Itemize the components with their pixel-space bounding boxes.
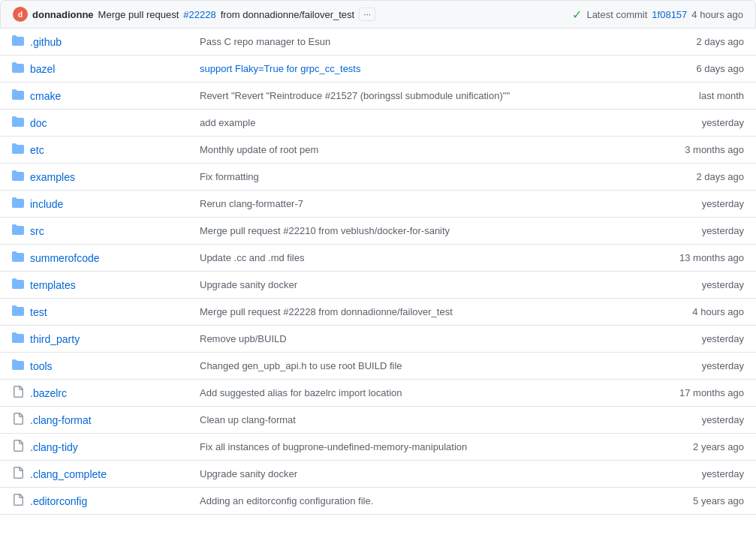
avatar: d — [13, 7, 28, 22]
commit-description: Add suggested alias for bazelrc import l… — [200, 387, 624, 398]
commit-hash-link[interactable]: 1f08157 — [652, 9, 687, 20]
table-row: .clang-tidyFix all instances of bugprone… — [0, 434, 756, 461]
commit-description: Upgrade sanity docker — [200, 279, 624, 290]
file-name-cell: doc — [12, 116, 200, 131]
commit-bar: d donnadionne Merge pull request #22228 … — [0, 0, 756, 29]
table-row: examplesFix formatting2 days ago — [0, 164, 756, 191]
file-link[interactable]: etc — [30, 144, 44, 156]
commit-description: add example — [200, 117, 624, 128]
file-name-cell: tools — [12, 359, 200, 374]
commit-description: Merge pull request #22210 from veblush/d… — [200, 225, 624, 236]
commit-time: yesterday — [624, 198, 744, 209]
file-name-cell: src — [12, 224, 200, 239]
commit-description: Clean up clang-format — [200, 414, 624, 425]
commit-description: Fix all instances of bugprone-undefined-… — [200, 441, 624, 452]
file-name-cell: include — [12, 197, 200, 212]
file-icon — [12, 467, 24, 481]
file-link[interactable]: summerofcode — [30, 252, 100, 264]
table-row: bazelsupport Flaky=True for grpc_cc_test… — [0, 56, 756, 83]
commit-time: 3 months ago — [624, 144, 744, 155]
file-name-cell: .clang_complete — [12, 467, 200, 481]
table-row: .clang_completeUpgrade sanity dockeryest… — [0, 461, 756, 488]
commit-time: 2 days ago — [624, 171, 744, 182]
check-icon: ✓ — [572, 8, 582, 22]
commit-author[interactable]: donnadionne — [32, 9, 94, 20]
folder-icon — [12, 170, 24, 185]
folder-icon — [12, 35, 24, 50]
commit-time: yesterday — [624, 360, 744, 371]
file-link[interactable]: cmake — [30, 90, 61, 102]
file-link[interactable]: templates — [30, 279, 76, 291]
file-name-cell: .github — [12, 35, 200, 50]
file-link[interactable]: tools — [30, 360, 53, 372]
commit-bar-left: d donnadionne Merge pull request #22228 … — [13, 7, 375, 22]
commit-description: Rerun clang-formatter-7 — [200, 198, 624, 209]
more-button[interactable]: ··· — [359, 8, 375, 21]
folder-icon — [12, 278, 24, 293]
file-link[interactable]: src — [30, 225, 44, 237]
file-icon — [12, 440, 24, 454]
commit-desc-link[interactable]: support Flaky=True for grpc_cc_tests — [200, 63, 360, 74]
commit-description: Pass C repo manager to Esun — [200, 36, 624, 47]
file-link[interactable]: .github — [30, 36, 62, 48]
commit-description: Update .cc and .md files — [200, 252, 624, 263]
folder-icon — [12, 197, 24, 212]
commit-pr-link[interactable]: #22228 — [183, 9, 215, 20]
file-name-cell: cmake — [12, 89, 200, 104]
table-row: summerofcodeUpdate .cc and .md files13 m… — [0, 245, 756, 272]
file-link[interactable]: .clang-format — [30, 414, 92, 426]
file-link[interactable]: doc — [30, 117, 47, 129]
folder-icon — [12, 251, 24, 266]
file-link[interactable]: test — [30, 306, 47, 318]
file-icon — [12, 386, 24, 400]
table-row: .editorconfigAdding an editorconfig conf… — [0, 488, 756, 515]
file-name-cell: summerofcode — [12, 251, 200, 266]
commit-time: yesterday — [624, 279, 744, 290]
table-row: toolsChanged gen_upb_api.h to use root B… — [0, 353, 756, 380]
commit-message: Merge pull request — [98, 9, 179, 20]
file-link[interactable]: examples — [30, 171, 75, 183]
file-name-cell: bazel — [12, 62, 200, 77]
file-icon — [12, 494, 24, 508]
commit-time: 5 years ago — [624, 495, 744, 506]
table-row: third_partyRemove upb/BUILDyesterday — [0, 326, 756, 353]
commit-time: 17 months ago — [624, 387, 744, 398]
file-link[interactable]: bazel — [30, 63, 55, 75]
folder-icon — [12, 224, 24, 239]
commit-time: 4 hours ago — [624, 306, 744, 317]
commit-description: Upgrade sanity docker — [200, 468, 624, 479]
commit-time: yesterday — [624, 225, 744, 236]
table-row: docadd exampleyesterday — [0, 110, 756, 137]
file-link[interactable]: third_party — [30, 333, 80, 345]
commit-time-ago: 4 hours ago — [691, 9, 743, 20]
folder-icon — [12, 89, 24, 104]
folder-icon — [12, 305, 24, 320]
commit-suffix: from donnadionne/failover_test — [221, 9, 355, 20]
file-name-cell: templates — [12, 278, 200, 293]
commit-time: yesterday — [624, 468, 744, 479]
commit-time: last month — [624, 90, 744, 101]
latest-commit-label: Latest commit — [586, 9, 647, 20]
commit-bar-right: ✓ Latest commit 1f08157 4 hours ago — [572, 8, 743, 22]
folder-icon — [12, 116, 24, 131]
file-link[interactable]: .editorconfig — [30, 495, 87, 507]
file-link[interactable]: .bazelrc — [30, 387, 67, 399]
file-icon — [12, 413, 24, 427]
file-link[interactable]: .clang_complete — [30, 468, 107, 480]
commit-description: Revert "Revert "Reintroduce #21527 (bori… — [200, 90, 624, 101]
table-row: .bazelrcAdd suggested alias for bazelrc … — [0, 380, 756, 407]
file-link[interactable]: include — [30, 198, 63, 210]
commit-time: 13 months ago — [624, 252, 744, 263]
table-row: .clang-formatClean up clang-formatyester… — [0, 407, 756, 434]
file-link[interactable]: .clang-tidy — [30, 441, 78, 453]
file-name-cell: etc — [12, 143, 200, 158]
commit-time: 6 days ago — [624, 63, 744, 74]
commit-description: support Flaky=True for grpc_cc_tests — [200, 63, 624, 74]
file-name-cell: third_party — [12, 332, 200, 347]
file-name-cell: .bazelrc — [12, 386, 200, 400]
folder-icon — [12, 359, 24, 374]
table-row: templatesUpgrade sanity dockeryesterday — [0, 272, 756, 299]
commit-description: Remove upb/BUILD — [200, 333, 624, 344]
file-name-cell: .clang-format — [12, 413, 200, 427]
file-name-cell: .editorconfig — [12, 494, 200, 508]
